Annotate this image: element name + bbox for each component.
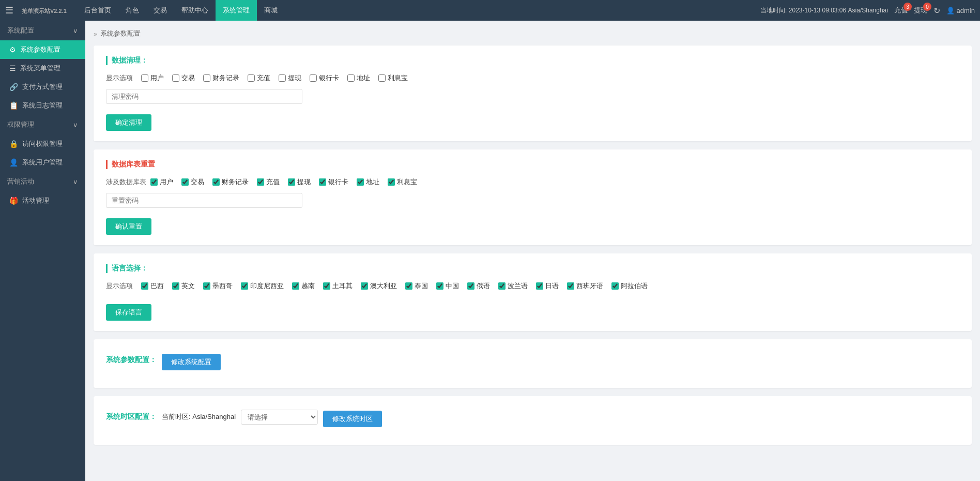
checkbox-finance[interactable]: 财务记录: [203, 73, 239, 83]
db-checkbox-recharge[interactable]: 充值: [257, 177, 280, 187]
sidebar-item-sys-menu[interactable]: ☰ 系统菜单管理: [0, 59, 85, 78]
sidebar-item-sys-log[interactable]: 📋 系统日志管理: [0, 96, 85, 115]
lang-arabic[interactable]: 阿拉伯语: [611, 281, 648, 291]
db-checkbox-withdraw[interactable]: 提现: [288, 177, 311, 187]
db-checkbox-address[interactable]: 地址: [357, 177, 379, 187]
sys-config-card: 系统参数配置： 修改系统配置: [94, 339, 972, 388]
sidebar-item-activity[interactable]: 🎁 活动管理: [0, 191, 85, 210]
lang-thailand[interactable]: 泰国: [405, 281, 428, 291]
checkbox-transaction-input[interactable]: [172, 74, 179, 82]
refresh-icon[interactable]: ↻: [933, 6, 940, 16]
recharge-badge: 3: [904, 3, 912, 11]
save-language-button[interactable]: 保存语言: [106, 304, 151, 321]
involve-label: 涉及数据库表: [106, 177, 146, 187]
withdraw-button[interactable]: 提现 0: [914, 6, 927, 15]
gear-icon: ⚙: [9, 46, 16, 54]
nav-item-role[interactable]: 角色: [118, 0, 146, 21]
nav-item-transaction[interactable]: 交易: [146, 0, 174, 21]
nav-item-help[interactable]: 帮助中心: [174, 0, 216, 21]
lang-english[interactable]: 英文: [172, 281, 195, 291]
checkbox-bankcard[interactable]: 银行卡: [310, 73, 339, 83]
checkbox-recharge[interactable]: 充值: [248, 73, 270, 83]
recharge-button[interactable]: 充值 3: [894, 6, 908, 15]
language-card: 语言选择： 显示选项 巴西 英文 墨西哥 印度尼西亚 越南 土耳其 澳大利亚 泰…: [94, 253, 972, 331]
shield-icon: 🔒: [9, 140, 18, 148]
language-display-label: 显示选项: [106, 281, 137, 291]
nav-item-shop[interactable]: 商城: [257, 0, 285, 21]
db-reset-card: 数据库表重置 涉及数据库表 用户 交易 财务记录 充值 提现 银行卡 地址 利息…: [94, 149, 972, 245]
checkbox-transaction[interactable]: 交易: [172, 73, 195, 83]
db-checkbox-interest[interactable]: 利息宝: [388, 177, 417, 187]
nav-item-system[interactable]: 系统管理: [216, 0, 257, 21]
sidebar-section-marketing[interactable]: 营销活动 ∨: [0, 172, 85, 191]
sidebar-item-access[interactable]: 🔒 访问权限管理: [0, 134, 85, 153]
sidebar-item-sys-params[interactable]: ⚙ 系统参数配置: [0, 40, 85, 59]
db-checkbox-address-input[interactable]: [357, 178, 364, 186]
admin-name: 👤 admin: [946, 7, 975, 14]
top-navbar: ☰ 抢单演示站V2.2.1 后台首页 角色 交易 帮助中心 系统管理 商城 当地…: [0, 0, 980, 21]
nav-item-dashboard[interactable]: 后台首页: [77, 0, 118, 21]
lang-vietnam[interactable]: 越南: [292, 281, 315, 291]
checkbox-withdraw[interactable]: 提现: [279, 73, 301, 83]
db-checkbox-recharge-input[interactable]: [257, 178, 264, 186]
db-checkbox-interest-input[interactable]: [388, 178, 395, 186]
db-checkbox-transaction[interactable]: 交易: [181, 177, 204, 187]
breadcrumb-current: 系统参数配置: [100, 29, 141, 38]
lang-mexico[interactable]: 墨西哥: [203, 281, 233, 291]
time-display: 当地时间: 2023-10-13 09:03:06 Asia/Shanghai: [760, 6, 888, 15]
db-checkbox-finance[interactable]: 财务记录: [212, 177, 249, 187]
checkbox-finance-input[interactable]: [203, 74, 210, 82]
language-checkboxes-row: 显示选项 巴西 英文 墨西哥 印度尼西亚 越南 土耳其 澳大利亚 泰国 中国 俄…: [106, 281, 959, 291]
checkbox-withdraw-input[interactable]: [279, 74, 286, 82]
sidebar-item-sys-users[interactable]: 👤 系统用户管理: [0, 153, 85, 172]
db-checkbox-finance-input[interactable]: [212, 178, 220, 186]
language-checkbox-group: 巴西 英文 墨西哥 印度尼西亚 越南 土耳其 澳大利亚 泰国 中国 俄语 波兰语…: [141, 281, 648, 291]
checkbox-user-input[interactable]: [141, 74, 148, 82]
link-icon: 🔗: [9, 83, 18, 91]
lang-japan[interactable]: 日语: [536, 281, 559, 291]
checkbox-recharge-input[interactable]: [248, 74, 255, 82]
lang-australia[interactable]: 澳大利亚: [361, 281, 397, 291]
menu-icon: ☰: [9, 64, 16, 72]
checkbox-interest[interactable]: 利息宝: [378, 73, 408, 83]
language-title: 语言选择：: [106, 264, 959, 273]
clean-confirm-button[interactable]: 确定清理: [106, 114, 151, 131]
db-checkbox-withdraw-input[interactable]: [288, 178, 295, 186]
reset-password-input[interactable]: [106, 193, 302, 208]
data-clean-password-row: [106, 89, 959, 104]
db-checkbox-user-input[interactable]: [150, 178, 158, 186]
lang-poland[interactable]: 波兰语: [498, 281, 528, 291]
main-content: » 系统参数配置 数据清理： 显示选项 用户 交易 财务记录 充值 提现 银行卡…: [85, 21, 980, 481]
breadcrumb: » 系统参数配置: [94, 29, 972, 38]
sidebar-item-payment[interactable]: 🔗 支付方式管理: [0, 78, 85, 96]
nav-items: 后台首页 角色 交易 帮助中心 系统管理 商城: [77, 0, 760, 21]
lang-brazil[interactable]: 巴西: [141, 281, 164, 291]
lang-turkey[interactable]: 土耳其: [323, 281, 353, 291]
timezone-config-row: 系统时区配置： 当前时区: Asia/Shanghai 请选择 Asia/Sha…: [106, 407, 959, 427]
db-reset-password-row: [106, 193, 959, 208]
checkbox-user[interactable]: 用户: [141, 73, 164, 83]
checkbox-address-input[interactable]: [347, 74, 355, 82]
db-reset-checkboxes-row: 涉及数据库表 用户 交易 财务记录 充值 提现 银行卡 地址 利息宝: [106, 177, 959, 187]
lang-russia[interactable]: 俄语: [467, 281, 490, 291]
sidebar-section-permission[interactable]: 权限管理 ∨: [0, 115, 85, 134]
lang-indonesia[interactable]: 印度尼西亚: [241, 281, 284, 291]
db-checkbox-bankcard-input[interactable]: [319, 178, 326, 186]
breadcrumb-arrow: »: [94, 30, 97, 38]
checkbox-interest-input[interactable]: [378, 74, 386, 82]
modify-sys-config-button[interactable]: 修改系统配置: [162, 354, 221, 370]
reset-confirm-button[interactable]: 确认重置: [106, 218, 151, 235]
sys-config-row: 系统参数配置： 修改系统配置: [106, 350, 959, 370]
modify-timezone-button[interactable]: 修改系统时区: [323, 411, 382, 427]
lang-china[interactable]: 中国: [436, 281, 459, 291]
clean-password-input[interactable]: [106, 89, 302, 104]
checkbox-address[interactable]: 地址: [347, 73, 370, 83]
checkbox-bankcard-input[interactable]: [310, 74, 317, 82]
timezone-select[interactable]: 请选择 Asia/Shanghai UTC America/New_York E…: [241, 410, 318, 425]
sidebar-section-system[interactable]: 系统配置 ∨: [0, 21, 85, 40]
db-checkbox-bankcard[interactable]: 银行卡: [319, 177, 348, 187]
menu-toggle-icon[interactable]: ☰: [5, 5, 13, 16]
lang-spain[interactable]: 西班牙语: [567, 281, 603, 291]
db-checkbox-user[interactable]: 用户: [150, 177, 173, 187]
db-checkbox-transaction-input[interactable]: [181, 178, 189, 186]
